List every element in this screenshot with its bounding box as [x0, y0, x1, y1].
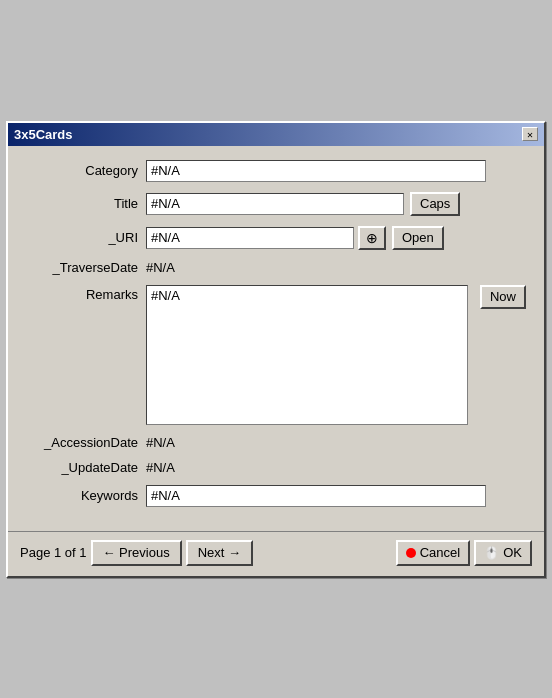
- window-title: 3x5Cards: [14, 127, 73, 142]
- checkmark-icon: 🖱️: [484, 546, 499, 560]
- update-row: _UpdateDate #N/A: [26, 460, 526, 475]
- ok-button[interactable]: 🖱️ OK: [474, 540, 532, 566]
- remarks-textarea[interactable]: [146, 285, 468, 425]
- title-bar: 3x5Cards ✕: [8, 123, 544, 146]
- title-input[interactable]: [146, 193, 404, 215]
- remarks-row: Remarks Now: [26, 285, 526, 425]
- crosshair-button[interactable]: ⊕: [358, 226, 386, 250]
- traverse-row: _TraverseDate #N/A: [26, 260, 526, 275]
- footer: Page 1 of 1 ← Previous Next → Cancel 🖱️ …: [8, 531, 544, 576]
- open-button[interactable]: Open: [392, 226, 444, 250]
- update-value: #N/A: [146, 460, 175, 475]
- now-button[interactable]: Now: [480, 285, 526, 309]
- footer-page-info: Page 1 of 1 ← Previous Next →: [20, 540, 253, 566]
- cancel-button[interactable]: Cancel: [396, 540, 470, 566]
- ok-label: OK: [503, 545, 522, 560]
- previous-button[interactable]: ← Previous: [91, 540, 182, 566]
- caps-button[interactable]: Caps: [410, 192, 460, 216]
- traverse-value: #N/A: [146, 260, 175, 275]
- close-button[interactable]: ✕: [522, 127, 538, 141]
- keywords-input[interactable]: [146, 485, 486, 507]
- uri-controls: ⊕ Open: [146, 226, 526, 250]
- category-row: Category: [26, 160, 526, 182]
- category-input[interactable]: [146, 160, 486, 182]
- crosshair-icon: ⊕: [366, 230, 378, 246]
- title-row: Title Caps: [26, 192, 526, 216]
- cancel-label: Cancel: [420, 545, 460, 560]
- next-button[interactable]: Next →: [186, 540, 253, 566]
- traverse-label: _TraverseDate: [26, 260, 146, 275]
- keywords-label: Keywords: [26, 488, 146, 503]
- main-window: 3x5Cards ✕ Category Title Caps _URI ⊕ Op…: [6, 121, 546, 578]
- title-bar-buttons: ✕: [522, 127, 538, 141]
- page-label: Page 1 of 1: [20, 545, 87, 560]
- accession-label: _AccessionDate: [26, 435, 146, 450]
- remarks-label: Remarks: [26, 285, 146, 302]
- uri-input[interactable]: [146, 227, 354, 249]
- accession-value: #N/A: [146, 435, 175, 450]
- uri-label: _URI: [26, 230, 146, 245]
- category-label: Category: [26, 163, 146, 178]
- red-dot-icon: [406, 548, 416, 558]
- remarks-buttons: Now: [474, 285, 526, 313]
- form-content: Category Title Caps _URI ⊕ Open _Travers…: [8, 146, 544, 527]
- keywords-row: Keywords: [26, 485, 526, 507]
- title-label: Title: [26, 196, 146, 211]
- accession-row: _AccessionDate #N/A: [26, 435, 526, 450]
- uri-row: _URI ⊕ Open: [26, 226, 526, 250]
- update-label: _UpdateDate: [26, 460, 146, 475]
- footer-actions: Cancel 🖱️ OK: [396, 540, 532, 566]
